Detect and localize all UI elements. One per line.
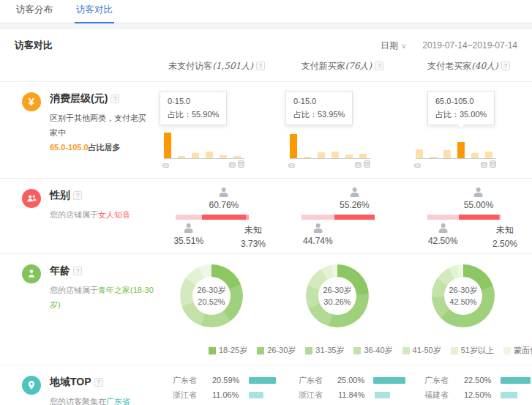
gender-chart[interactable]: 55.26% 44.74% 未知 bbox=[301, 187, 375, 252]
male-icon bbox=[437, 223, 449, 233]
male-segment[interactable] bbox=[427, 215, 459, 220]
female-stat: 55.26% bbox=[340, 187, 370, 210]
region-row bbox=[299, 402, 405, 405]
region-name: 浙江省 bbox=[299, 390, 338, 401]
consumption-bar[interactable] bbox=[359, 154, 367, 158]
unknown-stat: 未知 3.73% bbox=[231, 223, 275, 251]
consumption-bar[interactable] bbox=[416, 149, 423, 158]
region-pct: 12.50% bbox=[464, 390, 501, 399]
region-row: 浙江省11.06% bbox=[173, 387, 280, 402]
date-dropdown[interactable]: 日期∨ bbox=[381, 40, 406, 52]
row-region-top: 地域TOP? 您的访客聚集在广东省 广东省20.59%浙江省11.06% 广东省… bbox=[0, 365, 532, 405]
region-row: 广东省20.59% bbox=[173, 373, 280, 387]
yuan-icon: ¥ bbox=[22, 92, 41, 111]
legend-swatch bbox=[353, 347, 361, 354]
legend-swatch bbox=[451, 347, 458, 354]
row-title-region: 地域TOP bbox=[50, 376, 91, 387]
help-icon[interactable]: ? bbox=[73, 267, 82, 275]
consumption-bar[interactable] bbox=[485, 152, 492, 158]
unknown-segment[interactable] bbox=[499, 215, 501, 220]
legend-label: 41-50岁 bbox=[413, 345, 441, 356]
male-stat: 44.74% bbox=[303, 223, 333, 246]
high-spend-icon bbox=[229, 162, 244, 168]
axis-icons bbox=[288, 162, 370, 168]
consumption-bar-chart[interactable] bbox=[164, 130, 244, 159]
consumption-bar[interactable] bbox=[290, 134, 297, 158]
male-segment[interactable] bbox=[176, 215, 202, 220]
female-icon bbox=[348, 187, 360, 197]
consumption-bar[interactable] bbox=[430, 157, 437, 158]
region-name: 广东省 bbox=[424, 375, 464, 386]
consumption-bar[interactable] bbox=[457, 142, 465, 158]
consumption-bar[interactable] bbox=[206, 152, 213, 158]
donut-center-label: 26-30岁 30.26% bbox=[318, 277, 356, 315]
person-icon bbox=[22, 264, 41, 283]
region-row bbox=[424, 402, 532, 405]
gender-chart[interactable]: 55.00% 42.50% 未知 2.50% bbox=[427, 187, 501, 252]
female-segment[interactable] bbox=[459, 215, 499, 220]
age-donut-chart[interactable]: 26-30岁 30.26% bbox=[306, 264, 369, 327]
male-icon bbox=[183, 223, 195, 233]
consumption-bar[interactable] bbox=[443, 150, 451, 158]
legend-item[interactable]: 41-50岁 bbox=[402, 345, 441, 356]
help-icon[interactable]: ? bbox=[256, 62, 265, 70]
female-segment[interactable] bbox=[202, 215, 247, 220]
legend-item[interactable]: 18-25岁 bbox=[209, 345, 247, 356]
legend-item[interactable]: 31-35岁 bbox=[305, 345, 344, 356]
date-range[interactable]: 2019-07-14~2019-07-14 bbox=[422, 40, 517, 51]
consumption-bar[interactable] bbox=[220, 155, 227, 158]
consumption-description: 区别于其他两类，支付老买家中 65.0-105.0占比居多 bbox=[50, 111, 154, 155]
help-icon[interactable]: ? bbox=[501, 62, 510, 70]
axis-icons bbox=[162, 162, 244, 168]
consumption-bar[interactable] bbox=[192, 153, 199, 158]
age-description: 您的店铺属于青年之家(18-30岁) bbox=[50, 283, 154, 313]
help-icon[interactable]: ? bbox=[94, 378, 103, 387]
low-spend-icon bbox=[414, 162, 421, 168]
age-donut-chart[interactable]: 26-30岁 20.52% bbox=[180, 264, 243, 327]
help-icon[interactable]: ? bbox=[375, 62, 383, 70]
legend-swatch bbox=[305, 347, 312, 354]
region-pct: 20.59% bbox=[212, 376, 249, 384]
legend-item[interactable]: 26-30岁 bbox=[257, 345, 296, 356]
consumption-bar-chart[interactable] bbox=[290, 130, 370, 159]
consumption-bar[interactable] bbox=[233, 156, 241, 158]
consumption-bar[interactable] bbox=[471, 153, 479, 158]
region-row: 浙江省11.84% bbox=[299, 387, 405, 402]
legend-item[interactable]: 36-40岁 bbox=[353, 345, 392, 356]
consumption-bar[interactable] bbox=[164, 133, 171, 158]
gender-bar bbox=[301, 215, 375, 220]
region-row: 福建省12.50% bbox=[424, 387, 532, 402]
legend-label: 26-30岁 bbox=[267, 345, 296, 356]
tab-visitor-distribution[interactable]: 访客分布 bbox=[15, 0, 54, 23]
region-pct: 25.00% bbox=[337, 376, 373, 384]
consumption-bar-chart[interactable] bbox=[416, 130, 496, 159]
region-description: 您的访客聚集在广东省 bbox=[50, 395, 130, 405]
consumption-bar[interactable] bbox=[304, 157, 311, 158]
gender-chart[interactable]: 60.76% 35.51% 未知 3.73% bbox=[176, 187, 249, 252]
consumption-bar[interactable] bbox=[318, 152, 325, 158]
age-donut-chart[interactable]: 26-30岁 42.50% bbox=[432, 264, 495, 327]
region-bar bbox=[373, 377, 405, 384]
column-header-unpaid-visitors: 未支付访客(1,501人)? bbox=[154, 60, 280, 73]
consumption-bar[interactable] bbox=[331, 152, 339, 158]
donut-center-label: 26-30岁 20.52% bbox=[192, 277, 231, 315]
unknown-segment[interactable] bbox=[246, 215, 249, 220]
unknown-stat: 未知 2.50% bbox=[483, 223, 527, 251]
male-segment[interactable] bbox=[301, 215, 334, 220]
female-segment[interactable] bbox=[334, 215, 375, 220]
gender-description: 您的店铺属于女人知音 bbox=[50, 208, 130, 223]
legend-item[interactable]: 51岁以上 bbox=[451, 345, 494, 356]
consumption-bar[interactable] bbox=[178, 156, 185, 158]
tab-visitor-compare[interactable]: 访客对比 bbox=[75, 0, 114, 23]
region-name: 福建省 bbox=[424, 390, 464, 401]
help-icon[interactable]: ? bbox=[110, 94, 119, 103]
region-bar bbox=[249, 392, 263, 398]
consumption-bar[interactable] bbox=[345, 155, 353, 158]
region-row: 广东省25.00% bbox=[299, 373, 405, 387]
region-list: 广东省22.50%福建省12.50% bbox=[405, 365, 532, 405]
legend-swatch bbox=[257, 347, 264, 354]
help-icon[interactable]: ? bbox=[73, 191, 82, 200]
gender-bar bbox=[176, 215, 249, 220]
legend-item[interactable]: 蒙面侠 bbox=[503, 345, 532, 356]
region-name: 浙江省 bbox=[173, 390, 212, 401]
